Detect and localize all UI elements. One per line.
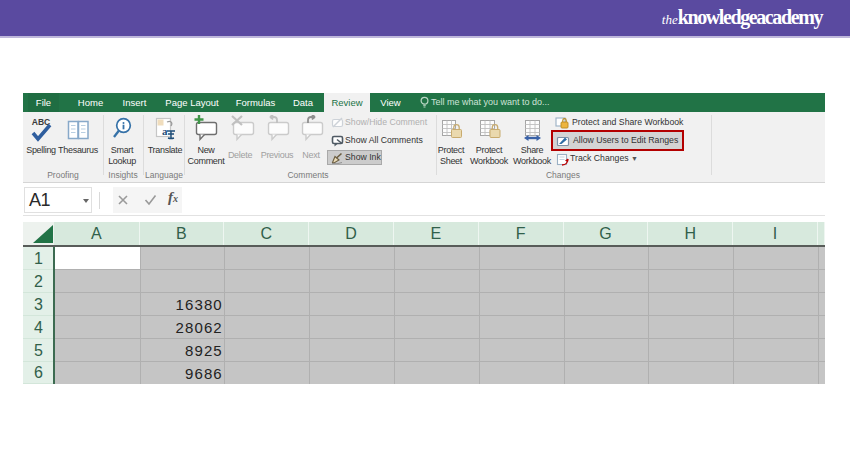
svg-text:ABC: ABC	[32, 117, 50, 127]
